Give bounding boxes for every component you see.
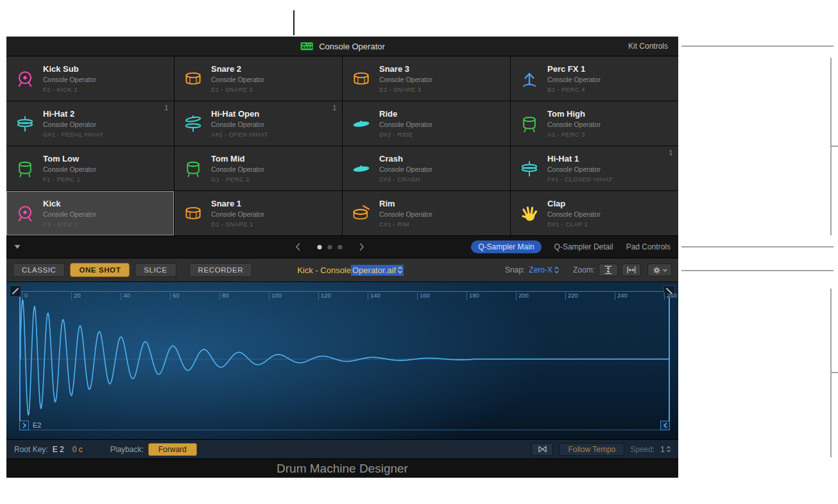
snap-popup[interactable]: Zero-X: [529, 265, 559, 274]
callout-toolbar-line: [681, 270, 834, 271]
chevron-right-icon[interactable]: [359, 243, 364, 251]
pad-text: Kick Sub Console Operator F2 - KICK 2: [43, 64, 96, 93]
pad-key: A#1 - OPEN HIHAT: [211, 131, 268, 138]
pad-name: Snare 1: [211, 199, 264, 208]
pad-text: Tom Mid Console Operator G1 - PERC 2: [211, 154, 264, 183]
horizontal-zoom-button[interactable]: [622, 264, 641, 276]
snap-label: Snap:: [505, 265, 525, 274]
root-key-value[interactable]: E 2: [53, 445, 64, 454]
pad-key: F#1 - CLOSED HIHAT: [547, 176, 613, 183]
sub-view-bar: Q-Sampler Main Q-Sampler Detail Pad Cont…: [6, 236, 678, 258]
speed-label: Speed:: [630, 445, 654, 454]
callout-pad-grid-tick: [832, 146, 838, 147]
speed-value: 1: [660, 445, 665, 454]
drum-pad-hi-hat-2[interactable]: Hi-Hat 2 Console Operator G#1 - PEDAL HI…: [6, 101, 174, 146]
root-key-label: Root Key:: [14, 445, 48, 454]
tab-q-sampler-detail[interactable]: Q-Sampler Detail: [554, 242, 613, 251]
perc-fx-icon: [520, 69, 539, 88]
tom-drum-icon: [520, 114, 539, 133]
crossfade-loop-button[interactable]: [531, 443, 553, 456]
pad-key: E1 - SNARE 2: [211, 86, 264, 93]
mode-slice-button[interactable]: SLICE: [135, 263, 176, 277]
sample-end-marker[interactable]: [660, 421, 670, 430]
pad-key: D1 - SNARE 1: [211, 221, 264, 228]
drum-pad-kick-sub[interactable]: Kick Sub Console Operator F2 - KICK 2: [6, 56, 174, 101]
sample-file-popup[interactable]: Kick - Console Operator.aif: [297, 265, 404, 276]
pad-text: Tom Low Console Operator F1 - PERC 1: [43, 154, 96, 183]
speed-popup[interactable]: 1: [660, 445, 671, 454]
drum-pad-snare-1[interactable]: Snare 1 Console Operator D1 - SNARE 1: [175, 191, 342, 235]
fade-in-handle[interactable]: [10, 285, 21, 297]
drum-pad-clap[interactable]: Clap Console Operator D#1 - CLAP 1: [511, 191, 678, 235]
tune-value[interactable]: 0 c: [73, 445, 83, 454]
pad-subtitle: Console Operator: [547, 165, 613, 173]
crossfade-icon: [538, 445, 547, 453]
drum-pad-tom-mid[interactable]: Tom Mid Console Operator G1 - PERC 2: [175, 146, 342, 190]
hihat-icon: [520, 159, 539, 178]
vertical-zoom-button[interactable]: [599, 264, 618, 276]
drum-pad-tom-low[interactable]: Tom Low Console Operator F1 - PERC 1: [6, 146, 174, 190]
pad-text: Snare 2 Console Operator E1 - SNARE 2: [211, 64, 264, 93]
mode-one-shot-button[interactable]: ONE SHOT: [70, 263, 130, 277]
drum-pad-hi-hat-open[interactable]: Hi-Hat Open Console Operator A#1 - OPEN …: [175, 101, 342, 146]
pad-subtitle: Console Operator: [547, 210, 601, 218]
sample-start-marker[interactable]: [19, 421, 29, 430]
kick-drum-icon: [15, 204, 35, 223]
pad-key: E2 - SNARE 3: [379, 86, 432, 93]
pad-subtitle: Console Operator: [547, 76, 601, 83]
drum-pad-rim[interactable]: Rim Console Operator C#1 - RIM: [343, 191, 510, 235]
toolbar-right-group: Snap: Zero-X Zoom:: [505, 264, 672, 276]
tab-q-sampler-main[interactable]: Q-Sampler Main: [471, 240, 541, 253]
pad-subtitle: Console Operator: [379, 121, 432, 128]
pad-text: Perc FX 1 Console Operator B1 - PERC 4: [547, 64, 601, 93]
drum-pad-crash[interactable]: Crash Console Operator C#2 - CRASH: [343, 146, 510, 190]
pad-name: Tom Mid: [211, 154, 264, 164]
chevron-left-icon[interactable]: [295, 243, 300, 251]
snap-value: Zero-X: [529, 265, 552, 274]
page-dot-2[interactable]: [327, 245, 332, 249]
drum-machine-icon: [300, 41, 313, 51]
pad-key: B1 - PERC 4: [547, 86, 601, 93]
drum-pad-snare-2[interactable]: Snare 2 Console Operator E1 - SNARE 2: [175, 56, 342, 101]
pad-subtitle: Console Operator: [211, 165, 264, 173]
sample-file-selected: Operator.aif: [351, 265, 404, 276]
pad-text: Hi-Hat Open Console Operator A#1 - OPEN …: [211, 109, 268, 138]
transport-right-group: Follow Tempo Speed: 1: [531, 443, 671, 456]
pad-subtitle: Console Operator: [211, 76, 264, 83]
pad-text: Tom High Console Operator A1 - PERC 3: [547, 109, 601, 138]
pad-key: G1 - PERC 2: [211, 176, 264, 183]
recorder-button[interactable]: RECORDER: [189, 263, 253, 277]
drum-pad-ride[interactable]: Ride Console Operator D#2 - RIDE: [343, 101, 510, 146]
waveform-path: [21, 299, 670, 415]
pad-name: Crash: [379, 154, 432, 164]
page-dot-1[interactable]: [317, 245, 321, 249]
mode-classic-button[interactable]: CLASSIC: [13, 263, 65, 277]
pad-name: Ride: [379, 109, 432, 119]
drum-pad-perc-fx-1[interactable]: Perc FX 1 Console Operator B1 - PERC 4: [511, 56, 678, 101]
drum-pad-tom-high[interactable]: Tom High Console Operator A1 - PERC 3: [511, 101, 678, 146]
pad-text: Kick Console Operator C1 - KICK 1: [43, 199, 96, 228]
drum-pad-hi-hat-1[interactable]: Hi-Hat 1 Console Operator F#1 - CLOSED H…: [511, 146, 678, 190]
page-dot-3[interactable]: [338, 245, 342, 249]
sample-file-prefix: Kick - Console: [297, 265, 351, 275]
action-menu-button[interactable]: [647, 264, 672, 276]
playback-direction-button[interactable]: Forward: [148, 443, 197, 456]
hihat-icon: [15, 114, 35, 133]
marker-right-chevron-icon: [22, 423, 26, 428]
disclosure-button[interactable]: [14, 244, 24, 249]
note-label: E2: [33, 421, 41, 429]
drum-pad-snare-3[interactable]: Snare 3 Console Operator E2 - SNARE 3: [343, 56, 510, 101]
pad-badge: 1: [332, 105, 336, 112]
pad-text: Rim Console Operator C#1 - RIM: [379, 199, 432, 228]
snare-drum-icon: [184, 204, 203, 223]
playback-label: Playback:: [110, 445, 144, 454]
kit-controls-button[interactable]: Kit Controls: [628, 37, 668, 56]
drum-pad-kick[interactable]: Kick Console Operator C1 - KICK 1: [6, 191, 174, 235]
pad-name: Hi-Hat 2: [43, 109, 103, 119]
follow-tempo-button[interactable]: Follow Tempo: [559, 443, 624, 456]
waveform-display[interactable]: 020406080100120140160180200220240260 E2: [6, 282, 678, 440]
pad-subtitle: Console Operator: [211, 121, 268, 128]
pad-text: Crash Console Operator C#2 - CRASH: [379, 154, 432, 183]
pad-name: Tom Low: [43, 154, 96, 164]
tab-pad-controls[interactable]: Pad Controls: [626, 242, 671, 251]
